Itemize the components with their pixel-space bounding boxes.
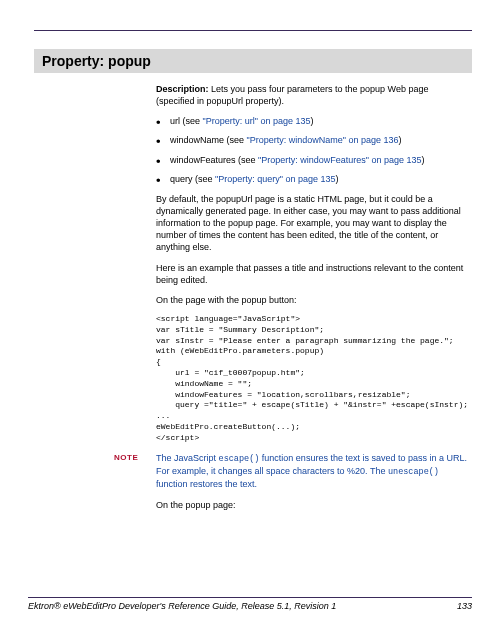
list-item: url (see "Property: url" on page 135) (156, 115, 468, 127)
note-row: NOTE The JavaScript escape() function en… (114, 452, 468, 491)
description-label: Description: (156, 84, 209, 94)
footer-rule (28, 597, 472, 598)
code-escape: escape() (219, 454, 260, 464)
xref-url[interactable]: "Property: url" on page 135 (203, 116, 311, 126)
para-example-intro: Here is an example that passes a title a… (156, 262, 468, 286)
page-number: 133 (457, 601, 472, 611)
note-label: NOTE (114, 452, 156, 462)
xref-query[interactable]: "Property: query" on page 135 (215, 174, 335, 184)
list-item: windowFeatures (see "Property: windowFea… (156, 154, 468, 166)
code-unescape: unescape() (388, 467, 439, 477)
list-item: windowName (see "Property: windowName" o… (156, 134, 468, 146)
description-para: Description: Lets you pass four paramete… (156, 83, 468, 107)
section-title-bar: Property: popup (34, 49, 472, 73)
xref-windowname[interactable]: "Property: windowName" on page 136 (247, 135, 399, 145)
body-column: Description: Lets you pass four paramete… (156, 83, 468, 444)
xref-windowfeatures[interactable]: "Property: windowFeatures" on page 135 (258, 155, 422, 165)
body-column-2: On the popup page: (156, 499, 468, 511)
para-button-page: On the page with the popup button: (156, 294, 468, 306)
top-rule (34, 30, 472, 31)
section-title: Property: popup (42, 53, 464, 69)
code-block-1: <script language="JavaScript"> var sTitl… (156, 314, 468, 444)
note-body: The JavaScript escape() function ensures… (156, 452, 468, 491)
para-popup-page: On the popup page: (156, 499, 468, 511)
page-footer: Ektron® eWebEditPro Developer's Referenc… (28, 597, 472, 611)
para-default: By default, the popupUrl page is a stati… (156, 193, 468, 254)
parameter-bullets: url (see "Property: url" on page 135) wi… (156, 115, 468, 185)
list-item: query (see "Property: query" on page 135… (156, 173, 468, 185)
footer-text: Ektron® eWebEditPro Developer's Referenc… (28, 601, 336, 611)
